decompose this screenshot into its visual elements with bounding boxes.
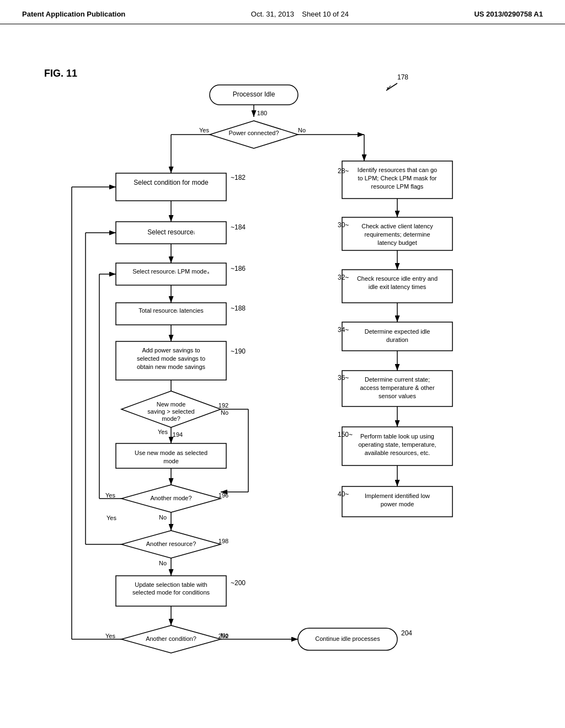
no-another-mode: No bbox=[159, 514, 167, 521]
yes-another-mode: Yes bbox=[105, 492, 115, 499]
ref-188: ~188 bbox=[231, 304, 246, 312]
ref-178: 178 bbox=[397, 73, 408, 81]
figure-label: FIG. 11 bbox=[44, 68, 77, 79]
update-selection-text2: selected mode for conditions bbox=[132, 589, 210, 596]
new-mode-text3: mode? bbox=[162, 415, 180, 422]
ref-196: 196 bbox=[218, 492, 228, 499]
header-date-sheet: Oct. 31, 2013 Sheet 10 of 24 bbox=[251, 10, 349, 18]
determine-expected-text1: Determine expected idle bbox=[365, 328, 430, 335]
check-resource-text1: Check resource idle entry and bbox=[357, 275, 438, 282]
use-new-mode-text1: Use new mode as selected bbox=[135, 449, 207, 456]
identify-res-text3: resource LPM flags bbox=[371, 183, 424, 190]
no-another-cond: No bbox=[221, 632, 228, 639]
ref-32: 32~ bbox=[338, 274, 349, 281]
total-latencies-box bbox=[116, 303, 226, 325]
new-mode-text2: saving > selected bbox=[147, 408, 194, 415]
use-new-mode-text2: mode bbox=[163, 458, 179, 464]
ref-30: 30~ bbox=[338, 221, 349, 229]
implement-lpm-text1: Implement identified low bbox=[365, 493, 430, 499]
another-condition-text: Another condition? bbox=[146, 635, 196, 642]
header-publication: Patent Application Publication bbox=[22, 10, 125, 18]
identify-res-text1: Identify resources that can go bbox=[358, 167, 437, 173]
new-mode-text1: New mode bbox=[157, 401, 186, 408]
no-new-mode: No bbox=[221, 409, 228, 416]
determine-current-text1: Determine current state; bbox=[365, 376, 430, 383]
perform-table-text2: operating state, temperature, bbox=[358, 441, 436, 448]
ref-200: ~200 bbox=[231, 579, 246, 587]
total-latencies-text1: Total resourceᵢ latencies bbox=[138, 307, 204, 314]
yes-new-mode: Yes bbox=[158, 429, 168, 435]
ref-182: ~182 bbox=[231, 174, 246, 181]
select-condition-box bbox=[116, 173, 226, 201]
add-power-savings-text2: selected mode savings to bbox=[137, 355, 205, 362]
diagram-area: FIG. 11 178 ↙ Processor Idle 180 Power c… bbox=[0, 24, 565, 719]
implement-lpm-text2: power mode bbox=[381, 501, 414, 507]
processor-idle-text: Processor Idle bbox=[233, 90, 275, 98]
perform-table-text3: available resources, etc. bbox=[365, 449, 430, 456]
continue-idle-text: Continue idle processes bbox=[315, 635, 380, 642]
ref-204: 204 bbox=[401, 629, 412, 637]
identify-res-text2: to LPM; Check LPM mask for bbox=[358, 175, 436, 181]
no-power: No bbox=[298, 127, 306, 133]
power-connected-text: Power connected? bbox=[228, 130, 279, 136]
flowchart-svg: FIG. 11 178 ↙ Processor Idle 180 Power c… bbox=[0, 24, 565, 719]
check-active-text3: latency budget bbox=[377, 239, 417, 246]
ref-40: 40~ bbox=[338, 490, 349, 498]
perform-table-text1: Perform table look up using bbox=[360, 433, 434, 440]
ref-36: 36~ bbox=[338, 374, 349, 382]
yes-another-cond: Yes bbox=[105, 633, 115, 639]
yes-another-res-label: Yes bbox=[106, 515, 116, 521]
ref-180: 180 bbox=[257, 110, 267, 116]
check-active-text2: requirements; determine bbox=[364, 231, 430, 238]
check-active-text1: Check active client latency bbox=[361, 223, 433, 229]
determine-expected-text2: duration bbox=[386, 336, 408, 343]
ref-34: 34~ bbox=[338, 326, 349, 334]
ref-184: ~184 bbox=[231, 223, 246, 231]
ref-194: 194 bbox=[173, 431, 183, 438]
ref-190: ~190 bbox=[231, 347, 246, 355]
yes-power: Yes bbox=[199, 127, 209, 133]
another-resource-text: Another resource? bbox=[146, 540, 196, 547]
ref-150: 150~ bbox=[338, 431, 353, 438]
ref-192: 192 bbox=[218, 402, 228, 409]
ref-186: ~186 bbox=[231, 265, 246, 272]
no-another-res: No bbox=[159, 560, 167, 566]
another-mode-text: Another mode? bbox=[150, 495, 191, 501]
ref-198: 198 bbox=[218, 538, 228, 544]
determine-current-text2: access temperature & other bbox=[360, 384, 434, 391]
add-power-savings-text3: obtain new mode savings bbox=[137, 363, 206, 370]
select-resource-text: Select resourceᵢ bbox=[147, 228, 194, 236]
page-header: Patent Application Publication Oct. 31, … bbox=[0, 0, 565, 24]
determine-current-text3: sensor values bbox=[379, 393, 416, 399]
update-selection-text1: Update selection table with bbox=[135, 581, 207, 588]
svg-text:↙: ↙ bbox=[386, 83, 392, 91]
select-condition-text1: Select condition for mode bbox=[134, 179, 209, 186]
ref-28: 28~ bbox=[338, 167, 349, 175]
add-power-savings-text1: Add power savings to bbox=[142, 347, 200, 354]
check-resource-text2: idle exit latency times bbox=[369, 283, 427, 290]
header-patent-num: US 2013/0290758 A1 bbox=[474, 10, 543, 18]
select-resource-lpm-text1: Select resourceᵢ LPM modeₓ bbox=[132, 268, 210, 275]
